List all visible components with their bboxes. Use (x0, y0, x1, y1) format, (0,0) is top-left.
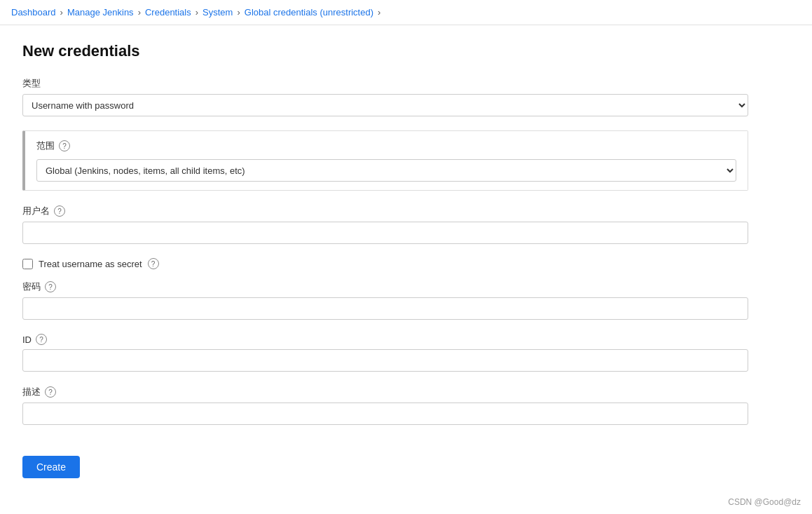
scope-header: 范围 ? (36, 140, 736, 152)
scope-box: 范围 ? Global (Jenkins, nodes, items, all … (22, 130, 748, 191)
scope-select[interactable]: Global (Jenkins, nodes, items, all child… (36, 159, 736, 182)
breadcrumb-credentials[interactable]: Credentials (145, 7, 191, 18)
treat-username-secret-label: Treat username as secret (39, 259, 142, 269)
breadcrumb: Dashboard › Manage Jenkins › Credentials… (0, 0, 812, 25)
breadcrumb-sep-4: › (237, 7, 240, 18)
id-label: ID ? (22, 334, 748, 345)
breadcrumb-system[interactable]: System (202, 7, 233, 18)
username-input[interactable] (22, 222, 748, 244)
password-input[interactable] (22, 297, 748, 320)
username-label: 用户名 ? (22, 205, 748, 217)
description-label-text: 描述 (22, 386, 41, 398)
password-section: 密码 ? (22, 280, 748, 320)
description-input[interactable] (22, 403, 748, 425)
password-label: 密码 ? (22, 280, 748, 293)
username-help-icon[interactable]: ? (54, 205, 65, 217)
id-label-text: ID (22, 334, 32, 345)
username-label-text: 用户名 (22, 205, 50, 217)
scope-help-icon[interactable]: ? (59, 140, 70, 151)
id-input[interactable] (22, 349, 748, 372)
breadcrumb-global-credentials[interactable]: Global credentials (unrestricted) (245, 7, 373, 18)
description-help-icon[interactable]: ? (45, 386, 56, 398)
scope-label-text: 范围 (36, 140, 55, 152)
main-content: New credentials 类型 Username with passwor… (0, 25, 771, 495)
breadcrumb-sep-2: › (138, 7, 141, 18)
type-section: 类型 Username with passwordSSH Username wi… (22, 77, 748, 116)
description-label: 描述 ? (22, 386, 748, 398)
breadcrumb-dashboard[interactable]: Dashboard (11, 7, 56, 18)
treat-username-secret-checkbox[interactable] (22, 259, 33, 269)
breadcrumb-manage-jenkins[interactable]: Manage Jenkins (67, 7, 134, 18)
treat-username-secret-row: Treat username as secret ? (22, 258, 748, 269)
breadcrumb-sep-3: › (195, 7, 198, 18)
breadcrumb-sep-1: › (60, 7, 63, 18)
footer-note: CSDN @Good@dz (728, 497, 801, 507)
password-help-icon[interactable]: ? (45, 281, 56, 292)
description-section: 描述 ? (22, 386, 748, 425)
treat-username-secret-help-icon[interactable]: ? (148, 258, 159, 269)
breadcrumb-sep-5: › (378, 7, 380, 18)
page-title: New credentials (22, 42, 748, 60)
id-help-icon[interactable]: ? (36, 334, 47, 345)
type-label: 类型 (22, 77, 748, 90)
id-section: ID ? (22, 334, 748, 372)
type-label-text: 类型 (22, 77, 41, 90)
username-section: 用户名 ? (22, 205, 748, 244)
type-select[interactable]: Username with passwordSSH Username with … (22, 94, 748, 116)
password-label-text: 密码 (22, 280, 41, 293)
create-button[interactable]: Create (22, 456, 80, 478)
